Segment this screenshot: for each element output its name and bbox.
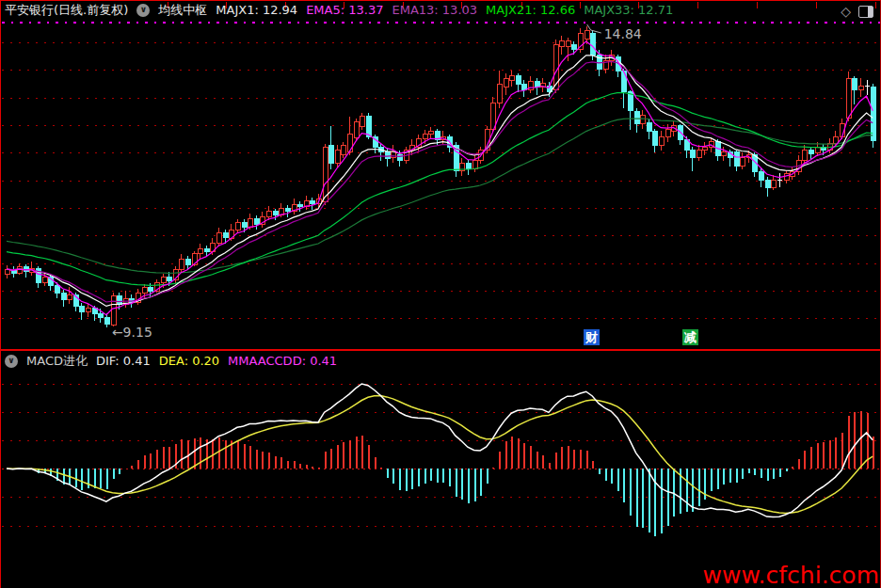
ma-line-MAJX1: [7, 56, 873, 307]
majx1-value: MAJX1: 12.94: [216, 3, 297, 17]
macd-header: ∨ MACD进化 DIF: 0.41 DEA: 0.20 MMAACCDD: 0…: [5, 354, 337, 368]
main-price-chart[interactable]: 14.84←9.15: [1, 1, 881, 350]
ma-line-EMA13: [7, 61, 873, 302]
ma-line-MAJX21: [7, 93, 873, 286]
majx21-value: MAJX21: 12.66: [486, 3, 575, 17]
majx33-value: MAJX33: 12.71: [584, 3, 673, 17]
macd-indicator-name: MACD进化: [26, 354, 88, 368]
dea-value: DEA: 0.20: [159, 354, 219, 368]
ema13-value: EMA13: 13.03: [392, 3, 477, 17]
dea-line: [7, 396, 873, 514]
candles-layer: [5, 26, 875, 327]
watermark: www.cfchi.com: [703, 564, 879, 588]
chevron-down-circle-icon[interactable]: ∨: [136, 4, 150, 17]
indicator-name: 均线中枢: [158, 3, 207, 17]
macd-indicator-chart[interactable]: [1, 351, 881, 588]
low-price-label: ←9.15: [112, 325, 152, 340]
ma-lines: [7, 41, 873, 315]
price-extreme-labels: 14.84←9.15: [112, 24, 642, 340]
signal-flag-jian: 减: [682, 329, 698, 345]
window-controls: ◇: [841, 5, 873, 18]
macd-value: MMAACCDD: 0.41: [228, 354, 337, 368]
stock-chart-window: 14.84←9.15 平安银行(日线.前复权) ∨ 均线中枢 MAJX1: 12…: [0, 0, 881, 588]
signal-flag-cai: 财: [584, 329, 600, 345]
macd-histogram: [8, 411, 873, 537]
symbol-title: 平安银行(日线.前复权): [5, 3, 128, 17]
chevron-down-circle-icon[interactable]: ∨: [5, 355, 18, 368]
main-chart-header: 平安银行(日线.前复权) ∨ 均线中枢 MAJX1: 12.94 EMA5: 1…: [5, 3, 673, 17]
panel-resize-handle[interactable]: [1, 349, 880, 351]
panel-toggle-icon[interactable]: [858, 6, 873, 18]
dif-value: DIF: 0.41: [96, 354, 151, 368]
dif-line: [7, 384, 873, 517]
macd-gridlines: [2, 385, 881, 527]
macd-lines: [7, 384, 873, 517]
ema5-value: EMA5: 13.37: [306, 3, 383, 17]
diamond-icon[interactable]: ◇: [841, 5, 851, 18]
high-price-label: 14.84: [604, 26, 642, 41]
ma-line-EMA5: [7, 41, 873, 315]
